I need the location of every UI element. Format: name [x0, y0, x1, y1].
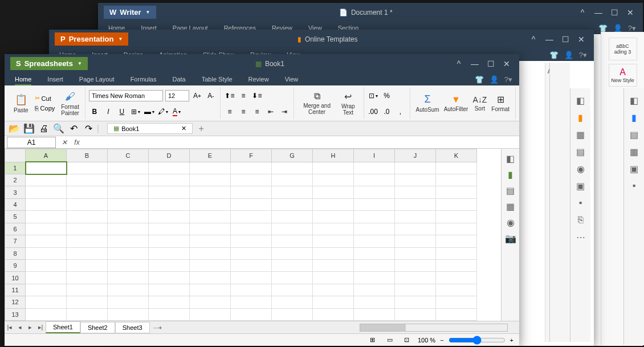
cell[interactable] [67, 308, 108, 320]
ss-menu-data[interactable]: Data [172, 73, 185, 85]
column-header[interactable]: J [395, 149, 436, 162]
cell[interactable] [436, 186, 477, 198]
cell[interactable] [108, 162, 149, 174]
cell[interactable] [231, 284, 272, 296]
cell[interactable] [395, 162, 436, 174]
cell[interactable] [272, 284, 313, 296]
undo-icon[interactable]: ↶ [67, 123, 80, 135]
cell[interactable] [67, 198, 108, 210]
cell[interactable] [395, 186, 436, 198]
shape-icon[interactable]: ◉ [574, 162, 587, 175]
fx-icon[interactable]: fx [71, 138, 83, 146]
cell[interactable] [231, 211, 272, 223]
user-icon[interactable]: 👤 [490, 75, 499, 84]
cell[interactable] [354, 308, 395, 320]
cell[interactable] [26, 174, 67, 186]
row-header[interactable]: 8 [5, 247, 26, 259]
row-header[interactable]: 7 [5, 235, 26, 247]
cell[interactable] [108, 308, 149, 320]
cell-reference-input[interactable] [7, 137, 56, 148]
cell[interactable] [190, 235, 231, 247]
view-normal-icon[interactable]: ⊞ [366, 334, 379, 346]
cell[interactable] [436, 162, 477, 174]
row-header[interactable]: 6 [5, 223, 26, 235]
cell[interactable] [272, 259, 313, 271]
cell[interactable] [313, 284, 354, 296]
cell[interactable] [190, 186, 231, 198]
pivot-icon[interactable]: ◉ [504, 216, 517, 228]
cell[interactable] [354, 296, 395, 308]
new-tab-icon[interactable]: + [195, 123, 207, 135]
cell[interactable] [108, 259, 149, 271]
cell[interactable] [231, 174, 272, 186]
minimize-icon[interactable]: — [468, 58, 482, 70]
row-header[interactable]: 11 [5, 284, 26, 296]
align-center-icon[interactable]: ≡ [238, 106, 249, 117]
panel-toggle-icon[interactable]: ◧ [504, 152, 517, 165]
row-header[interactable]: 5 [5, 211, 26, 223]
cell[interactable] [190, 247, 231, 259]
row-header[interactable]: 13 [5, 308, 26, 320]
panel-icon[interactable]: ◧ [628, 94, 641, 107]
cell[interactable] [149, 308, 190, 320]
cell[interactable] [313, 259, 354, 271]
maximize-icon[interactable]: ☐ [559, 34, 572, 45]
presentation-app-badge[interactable]: P Presentation ▼ [55, 32, 128, 46]
cell[interactable] [395, 247, 436, 259]
align-right-icon[interactable]: ≡ [251, 106, 263, 117]
writer-app-badge[interactable]: W Writer ▼ [104, 6, 156, 19]
layers-icon[interactable]: ▣ [628, 162, 641, 175]
cell[interactable] [231, 296, 272, 308]
panel-icon[interactable]: ◧ [574, 94, 587, 107]
cell[interactable] [67, 223, 108, 235]
cell[interactable] [395, 259, 436, 271]
cell[interactable] [149, 186, 190, 198]
cancel-formula-icon[interactable]: ✕ [58, 138, 71, 146]
close-icon[interactable]: ✕ [623, 7, 637, 18]
column-header[interactable]: E [190, 149, 231, 162]
sheet-tab-1[interactable]: Sheet1 [46, 321, 80, 333]
cell[interactable] [190, 174, 231, 186]
style-preview-box[interactable]: aBbC ading 3 [609, 38, 637, 60]
cell[interactable] [67, 235, 108, 247]
cell[interactable] [272, 296, 313, 308]
cell[interactable] [67, 174, 108, 186]
window-up-icon[interactable]: ^ [452, 58, 466, 70]
ss-menu-page-layout[interactable]: Page Layout [79, 73, 115, 85]
cell[interactable] [354, 198, 395, 210]
cell[interactable] [149, 235, 190, 247]
cell[interactable] [67, 186, 108, 198]
sheet-last-icon[interactable]: ▸| [35, 322, 46, 333]
cell[interactable] [108, 235, 149, 247]
cell[interactable] [436, 247, 477, 259]
cell[interactable] [436, 198, 477, 210]
zoom-out-icon[interactable]: − [440, 337, 443, 344]
help-icon[interactable]: ?▾ [628, 24, 636, 32]
camera-icon[interactable]: 📷 [504, 232, 517, 244]
paste-button[interactable]: 📋 Paste [11, 87, 31, 119]
currency-icon[interactable]: ⊡▾ [368, 90, 379, 101]
cell[interactable] [313, 198, 354, 210]
cell[interactable] [272, 272, 313, 284]
horizontal-scrollbar[interactable] [360, 324, 508, 332]
tools-icon[interactable]: ▦ [628, 145, 641, 158]
cell[interactable] [313, 162, 354, 174]
ss-menu-table-style[interactable]: Table Style [202, 73, 233, 85]
cell[interactable] [108, 284, 149, 296]
cell[interactable] [149, 211, 190, 223]
save-icon[interactable]: ▪ [628, 179, 641, 192]
italic-button[interactable]: I [103, 106, 114, 117]
row-header[interactable]: 12 [5, 296, 26, 308]
cell[interactable] [395, 296, 436, 308]
cell[interactable] [149, 198, 190, 210]
row-header[interactable]: 2 [5, 174, 26, 186]
row-header[interactable]: 1 [5, 162, 26, 174]
chart-icon[interactable]: ▣ [574, 179, 587, 192]
slide-icon[interactable]: ▮ [574, 111, 587, 124]
increase-font-icon[interactable]: A+ [191, 90, 203, 101]
cell[interactable] [26, 211, 67, 223]
close-icon[interactable]: ✕ [574, 34, 588, 45]
media-icon[interactable]: ▪ [574, 197, 587, 209]
maximize-icon[interactable]: ☐ [608, 7, 621, 18]
cell[interactable] [436, 308, 477, 320]
